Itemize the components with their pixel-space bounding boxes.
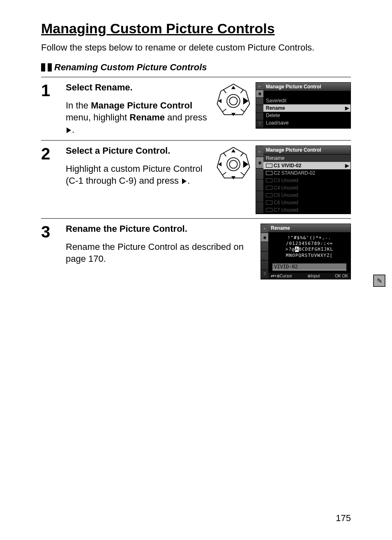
svg-line-7 (223, 89, 226, 93)
lcd-menu-item: C6 Unused (263, 199, 350, 206)
step-number: 3 (41, 224, 58, 279)
lcd-tab-icon: ◉ (261, 233, 268, 242)
slot-icon (266, 164, 272, 168)
t: ⊕Input (307, 274, 320, 278)
step-body-text: Highlight a custom Picture Control (C-1 … (66, 163, 207, 187)
lcd-tab-icon: ◉ (256, 90, 263, 98)
retouch-menu-icon: ✎ (373, 275, 385, 287)
svg-line-20 (223, 172, 226, 175)
lcd-char-grid: !"#$%&'()*+,-. /0123456789:;<= >?@ABCDEF… (268, 233, 350, 261)
page-title: Managing Custom Picture Controls (41, 21, 351, 37)
lcd-tab-icon (256, 113, 263, 121)
t: C5 Unused (274, 192, 298, 198)
t: C4 Unused (274, 185, 298, 191)
svg-line-10 (241, 109, 244, 112)
lcd-menu-item: C2 STANDARD-02 (263, 169, 350, 177)
lcd-tab-icon (261, 252, 268, 261)
lcd-title: Rename (268, 224, 350, 233)
t: C1 VIVID-02 (274, 163, 301, 168)
intro-text: Follow the steps below to rename or dele… (41, 42, 351, 54)
svg-marker-5 (219, 99, 221, 102)
right-arrow-icon: ▶ (345, 105, 349, 111)
lcd-screenshot-manage-menu: ▸ ◉ ? Manage Picture Control Save/editRe… (256, 82, 351, 129)
svg-point-2 (229, 97, 237, 105)
lcd-menu-item: Delete (263, 112, 350, 119)
t: BCDEFGHIJKL (299, 247, 333, 252)
lcd-tab-icon (256, 180, 263, 191)
svg-marker-16 (219, 163, 221, 166)
svg-marker-17 (244, 161, 248, 167)
svg-line-9 (223, 109, 226, 112)
step-2: 2 Select a Picture Control. Highlight a … (41, 140, 351, 214)
step-body-text: Rename the Picture Control as described … (66, 241, 252, 265)
step-heading: Select Rename. (66, 82, 207, 93)
svg-line-19 (241, 152, 244, 156)
svg-line-18 (223, 152, 226, 156)
svg-marker-4 (232, 113, 235, 115)
step-head-prefix: Select (66, 82, 95, 92)
slot-icon (266, 201, 272, 205)
t: !"#$%&'()*+,-. (272, 235, 346, 241)
t: OK OK (335, 274, 348, 278)
lcd-tab-icon: ▸ (261, 224, 268, 233)
multi-selector-icon (215, 82, 251, 118)
t: Rename (129, 112, 165, 122)
lcd-tab-icon (261, 242, 268, 251)
lcd-menu-item: Save/edit (263, 97, 350, 104)
bullet-icon (48, 63, 52, 72)
lcd-menu-item: C5 Unused (263, 192, 350, 199)
lcd-menu-item: Load/save (263, 119, 350, 127)
t: . (187, 175, 190, 186)
step-number: 2 (41, 145, 58, 214)
bullet-icon (41, 63, 45, 72)
t: C3 Unused (274, 178, 298, 183)
t: C7 Unused (274, 207, 298, 213)
step-1: 1 Select Rename. In the Manage Picture C… (41, 77, 351, 136)
lcd-menu-item: C4 Unused (263, 184, 350, 192)
lcd-menu-item: C3 Unused (263, 177, 350, 184)
svg-marker-6 (244, 98, 248, 104)
lcd-subtitle: Rename (263, 155, 350, 162)
right-arrow-icon: ▶ (345, 163, 349, 168)
step-head-bold: Rename (95, 82, 130, 92)
step-head-suffix: . (130, 82, 133, 92)
t: and press (165, 112, 207, 122)
t: Manage Picture Control (91, 100, 192, 111)
lcd-title: Manage Picture Control (263, 146, 350, 155)
t: MNOPQRSTUVWXYZ[ (272, 253, 346, 258)
slot-icon (266, 171, 272, 175)
lcd-tab-icon (256, 98, 263, 106)
slot-icon (266, 208, 272, 212)
subsection-title: Renaming Custom Picture Controls (54, 62, 207, 73)
slot-icon (266, 186, 272, 190)
t: C6 Unused (274, 200, 298, 205)
lcd-screenshot-rename-list: ▸ ◉ Manage Picture Control Rename C1 VIV… (256, 145, 351, 214)
multi-selector-icon (215, 145, 251, 182)
subsection-header: Renaming Custom Picture Controls (41, 62, 351, 73)
svg-point-1 (227, 95, 240, 108)
t: ⇄+⊕Cursor (271, 274, 292, 278)
t: /0123456789:;<= (272, 241, 346, 247)
t: menu, highlight (66, 112, 129, 122)
svg-marker-14 (232, 150, 235, 152)
lcd-footer: ⇄+⊕Cursor ⊕Input OK OK (268, 273, 350, 279)
lcd-menu-item: C1 VIVID-02▶ (263, 162, 350, 169)
svg-marker-3 (232, 86, 235, 88)
svg-marker-15 (232, 176, 235, 178)
lcd-menu-item: C7 Unused (263, 206, 350, 214)
svg-line-8 (241, 89, 244, 93)
step-body-text: In the Manage Picture Control menu, high… (66, 99, 207, 136)
step-heading: Select a Picture Control. (66, 145, 207, 156)
step-heading: Rename the Picture Control. (66, 224, 252, 234)
svg-point-13 (229, 160, 237, 168)
lcd-tab-icon (256, 191, 263, 203)
lcd-tab-icon (256, 168, 263, 180)
right-arrow-icon (182, 178, 187, 184)
t: C2 STANDARD-02 (274, 170, 315, 176)
right-arrow-icon (67, 127, 71, 133)
lcd-title: Manage Picture Control (263, 83, 350, 91)
step-3: 3 Rename the Picture Control. Rename the… (41, 218, 351, 279)
lcd-cursor-char: A (295, 247, 299, 252)
lcd-tab-icon (261, 261, 268, 270)
lcd-tab-icon: ▸ (256, 146, 263, 157)
